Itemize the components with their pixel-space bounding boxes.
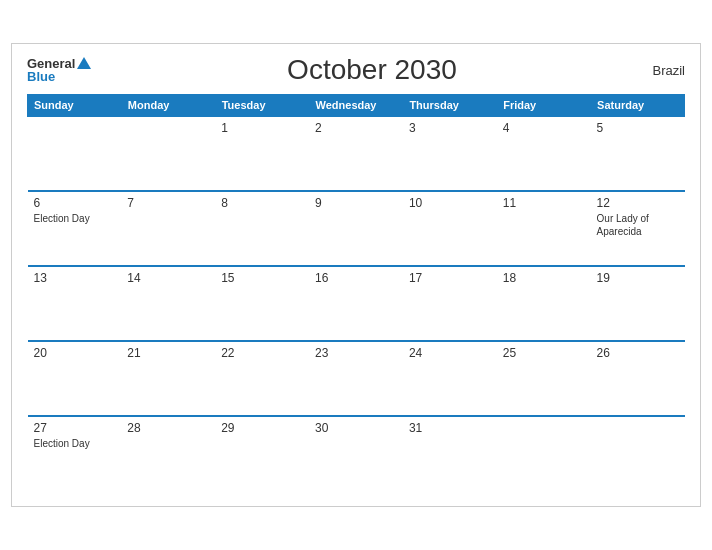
- calendar-cell: 8: [215, 191, 309, 266]
- day-number: 21: [127, 346, 209, 360]
- calendar-country: Brazil: [652, 63, 685, 78]
- calendar-cell: 13: [28, 266, 122, 341]
- day-number: 30: [315, 421, 397, 435]
- calendar-cell: 10: [403, 191, 497, 266]
- calendar-cell: 23: [309, 341, 403, 416]
- weekday-header: Monday: [121, 95, 215, 117]
- logo-triangle-icon: [77, 57, 91, 69]
- calendar-cell: 28: [121, 416, 215, 491]
- day-number: 14: [127, 271, 209, 285]
- calendar-week-row: 27Election Day28293031: [28, 416, 685, 491]
- calendar-cell: 27Election Day: [28, 416, 122, 491]
- day-number: 27: [34, 421, 116, 435]
- day-number: 1: [221, 121, 303, 135]
- calendar-cell: 21: [121, 341, 215, 416]
- day-number: 18: [503, 271, 585, 285]
- calendar-grid: SundayMondayTuesdayWednesdayThursdayFrid…: [27, 94, 685, 491]
- weekday-header: Saturday: [591, 95, 685, 117]
- day-number: 5: [597, 121, 679, 135]
- day-number: 23: [315, 346, 397, 360]
- logo-blue-text: Blue: [27, 70, 55, 83]
- calendar-week-row: 6Election Day789101112Our Lady of Aparec…: [28, 191, 685, 266]
- day-number: 16: [315, 271, 397, 285]
- day-number: 15: [221, 271, 303, 285]
- weekday-header: Thursday: [403, 95, 497, 117]
- weekday-header: Friday: [497, 95, 591, 117]
- calendar-cell: 6Election Day: [28, 191, 122, 266]
- calendar-cell: 25: [497, 341, 591, 416]
- day-number: 6: [34, 196, 116, 210]
- day-number: 4: [503, 121, 585, 135]
- calendar-header: General Blue October 2030 Brazil: [27, 54, 685, 86]
- day-number: 26: [597, 346, 679, 360]
- calendar-cell: [28, 116, 122, 191]
- calendar-cell: 17: [403, 266, 497, 341]
- event-text: Election Day: [34, 437, 116, 450]
- calendar-cell: 9: [309, 191, 403, 266]
- calendar-cell: 4: [497, 116, 591, 191]
- day-number: 25: [503, 346, 585, 360]
- calendar-cell: 1: [215, 116, 309, 191]
- calendar-week-row: 12345: [28, 116, 685, 191]
- calendar-week-row: 20212223242526: [28, 341, 685, 416]
- day-number: 24: [409, 346, 491, 360]
- day-number: 20: [34, 346, 116, 360]
- calendar-cell: 26: [591, 341, 685, 416]
- day-number: 31: [409, 421, 491, 435]
- day-number: 2: [315, 121, 397, 135]
- day-number: 17: [409, 271, 491, 285]
- event-text: Election Day: [34, 212, 116, 225]
- day-number: 13: [34, 271, 116, 285]
- weekday-header: Tuesday: [215, 95, 309, 117]
- calendar-cell: [121, 116, 215, 191]
- day-number: 9: [315, 196, 397, 210]
- calendar-cell: 12Our Lady of Aparecida: [591, 191, 685, 266]
- day-number: 3: [409, 121, 491, 135]
- calendar-cell: 7: [121, 191, 215, 266]
- calendar-cell: 3: [403, 116, 497, 191]
- weekday-header-row: SundayMondayTuesdayWednesdayThursdayFrid…: [28, 95, 685, 117]
- calendar-cell: 22: [215, 341, 309, 416]
- calendar-cell: 14: [121, 266, 215, 341]
- calendar-cell: 18: [497, 266, 591, 341]
- weekday-header: Wednesday: [309, 95, 403, 117]
- calendar-cell: 5: [591, 116, 685, 191]
- logo: General Blue: [27, 57, 91, 83]
- calendar-container: General Blue October 2030 Brazil SundayM…: [11, 43, 701, 507]
- day-number: 28: [127, 421, 209, 435]
- calendar-week-row: 13141516171819: [28, 266, 685, 341]
- day-number: 8: [221, 196, 303, 210]
- day-number: 29: [221, 421, 303, 435]
- calendar-cell: [497, 416, 591, 491]
- day-number: 12: [597, 196, 679, 210]
- calendar-cell: 31: [403, 416, 497, 491]
- day-number: 10: [409, 196, 491, 210]
- event-text: Our Lady of Aparecida: [597, 212, 679, 238]
- calendar-cell: 19: [591, 266, 685, 341]
- day-number: 7: [127, 196, 209, 210]
- calendar-cell: 20: [28, 341, 122, 416]
- day-number: 19: [597, 271, 679, 285]
- calendar-title: October 2030: [91, 54, 652, 86]
- day-number: 22: [221, 346, 303, 360]
- weekday-header: Sunday: [28, 95, 122, 117]
- calendar-cell: 2: [309, 116, 403, 191]
- calendar-cell: 30: [309, 416, 403, 491]
- calendar-cell: 16: [309, 266, 403, 341]
- calendar-cell: 11: [497, 191, 591, 266]
- calendar-cell: 24: [403, 341, 497, 416]
- calendar-cell: 29: [215, 416, 309, 491]
- calendar-cell: [591, 416, 685, 491]
- calendar-cell: 15: [215, 266, 309, 341]
- day-number: 11: [503, 196, 585, 210]
